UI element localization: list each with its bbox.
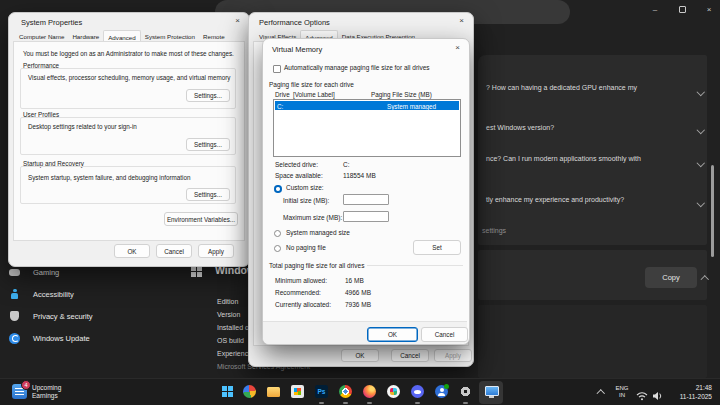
start-button[interactable] [222, 386, 233, 397]
clock[interactable]: 21:48 11-11-2025 [668, 384, 712, 401]
performance-settings-button[interactable]: Settings... [186, 89, 230, 102]
language-indicator[interactable]: ENGIN [613, 385, 631, 399]
system-managed-label: System managed size [286, 229, 350, 236]
recommended-label: Recommended: [275, 289, 321, 296]
cancel-button[interactable]: Cancel [391, 349, 429, 362]
faq-question-text: ? How can having a dedicated GPU enhance… [486, 84, 637, 91]
no-paging-radio[interactable] [274, 245, 281, 252]
drive-cell: C: [277, 103, 283, 110]
faq-item[interactable]: est Windows version? [478, 119, 707, 141]
volume-icon[interactable] [652, 387, 663, 405]
faq-item[interactable]: nce? Can I run modern applications smoot… [478, 149, 707, 175]
close-icon[interactable]: × [235, 16, 240, 25]
button-label: Settings... [194, 191, 222, 198]
copilot-icon[interactable] [243, 385, 256, 398]
ok-button[interactable]: OK [341, 349, 379, 362]
settings-gear-icon[interactable] [459, 385, 472, 398]
size-cell: System managed [387, 103, 436, 110]
button-label: OK [127, 248, 136, 255]
no-paging-label: No paging file [286, 244, 326, 251]
column-header-size: Paging File Size (MB) [371, 91, 432, 98]
active-app-system-properties[interactable] [479, 381, 503, 404]
space-available-label: Space available: [275, 172, 323, 179]
set-button[interactable]: Set [413, 240, 461, 255]
close-icon: × [707, 5, 712, 14]
close-button[interactable]: × [701, 3, 717, 15]
faq-question-text: est Windows version? [486, 124, 554, 131]
maximum-size-input[interactable] [343, 211, 389, 222]
sidebar-item-accessibility[interactable]: Accessibility [8, 286, 178, 302]
total-group-label: Total paging file size for all drives [269, 262, 367, 269]
initial-size-input[interactable] [343, 194, 389, 205]
maximize-icon [679, 6, 686, 13]
chrome-icon[interactable] [339, 385, 352, 398]
account-icon[interactable] [435, 385, 448, 398]
faq-question-text: nce? Can I run modern applications smoot… [486, 155, 641, 162]
drive-row-selected[interactable]: C: System managed [275, 101, 459, 110]
tab-page-advanced: You must be logged on as an Administrato… [13, 41, 245, 241]
button-label: Cancel [164, 248, 184, 255]
faq-item[interactable]: ? How can having a dedicated GPU enhance… [478, 77, 707, 105]
startup-settings-button[interactable]: Settings... [186, 188, 230, 201]
chevron-down-icon [697, 159, 705, 167]
profiles-settings-button[interactable]: Settings... [186, 138, 230, 151]
auto-manage-checkbox[interactable] [273, 65, 281, 73]
minimum-allowed-label: Minimum allowed: [275, 277, 327, 284]
sidebar-item-label: Accessibility [33, 290, 74, 299]
file-explorer-icon[interactable] [267, 387, 280, 397]
custom-size-radio[interactable] [274, 185, 282, 193]
widgets-button[interactable]: 4 UpcomingEarnings [10, 381, 80, 404]
taskbar: 4 UpcomingEarnings Ps [0, 378, 720, 405]
microsoft-store-icon[interactable] [291, 385, 304, 398]
recommended-value: 4966 MB [345, 289, 371, 296]
running-indicator [367, 402, 372, 404]
chat-window: – × ? How can having a dedicated GPU enh… [465, 0, 720, 378]
button-label: Cancel [400, 352, 420, 359]
scrollbar-thumb[interactable] [711, 165, 714, 257]
environment-variables-button[interactable]: Environment Variables... [164, 212, 238, 226]
minimize-button[interactable]: – [647, 3, 663, 15]
apply-button[interactable]: Apply [198, 244, 234, 258]
running-indicator [415, 402, 420, 404]
admin-note: You must be logged on as an Administrato… [23, 50, 234, 57]
photoshop-icon[interactable]: Ps [315, 385, 328, 398]
tray-overflow-chevron-icon[interactable] [597, 390, 605, 398]
profiles-desc: Desktop settings related to your sign-in [28, 123, 137, 130]
performance-group: Visual effects, processor scheduling, me… [20, 68, 236, 109]
button-label: Environment Variables... [167, 216, 235, 223]
initial-size-label: Initial size (MB): [283, 197, 329, 204]
about-row-edition: Edition [217, 298, 238, 305]
ok-button[interactable]: OK [114, 244, 150, 258]
sidebar-item-windows-update[interactable]: Windows Update [8, 330, 178, 346]
sidebar-item-privacy-security[interactable]: Privacy & security [8, 308, 178, 324]
slack-icon[interactable] [387, 385, 400, 398]
close-icon[interactable]: × [455, 43, 460, 52]
button-label: Apply [445, 352, 461, 359]
system-managed-radio[interactable] [274, 230, 281, 237]
button-label: OK [388, 331, 397, 338]
firefox-icon[interactable] [363, 385, 376, 398]
chat-lower-panel [478, 305, 707, 378]
copy-button[interactable]: Copy [645, 267, 697, 288]
cancel-button[interactable]: Cancel [421, 327, 468, 342]
apply-button[interactable]: Apply [434, 349, 472, 362]
running-indicator [343, 402, 348, 404]
dialog-title: Performance Options [259, 18, 330, 27]
ok-button[interactable]: OK [367, 327, 418, 342]
faq-item[interactable]: tly enhance my experience and productivi… [478, 190, 707, 214]
about-row-experience: Experience [217, 350, 252, 357]
maximize-button[interactable] [674, 3, 690, 15]
discord-icon[interactable] [411, 385, 424, 398]
paging-group-label: Paging file size for each drive [269, 81, 354, 88]
close-icon[interactable]: × [459, 16, 464, 25]
dialog-title: Virtual Memory [272, 45, 322, 54]
cancel-button[interactable]: Cancel [156, 244, 192, 258]
wifi-icon[interactable] [636, 387, 648, 405]
chevron-up-icon[interactable] [701, 276, 709, 284]
startup-group: System startup, system failure, and debu… [20, 166, 236, 204]
chevron-down-icon [697, 88, 705, 96]
selected-drive-label: Selected drive: [275, 161, 318, 168]
minimize-icon: – [653, 5, 657, 14]
column-header-drive: Drive [275, 91, 290, 98]
currently-allocated-value: 7936 MB [345, 301, 371, 308]
